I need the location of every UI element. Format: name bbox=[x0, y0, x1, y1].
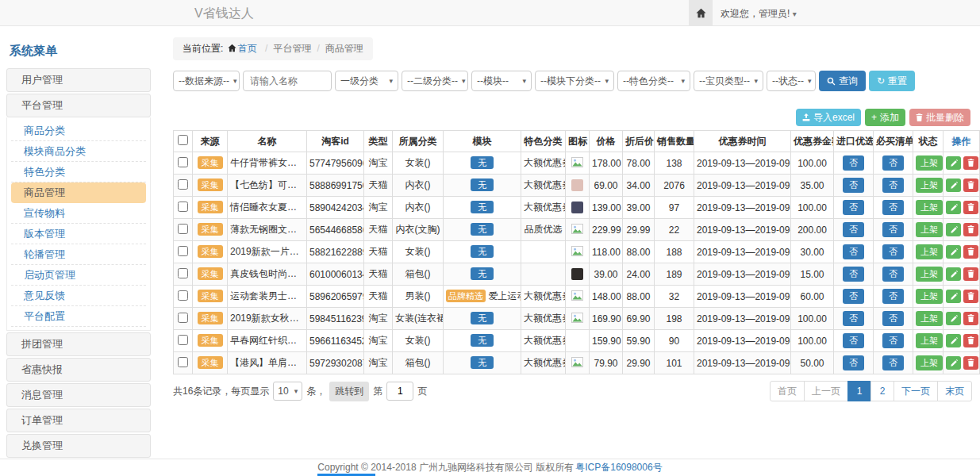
status-button[interactable]: 上架 bbox=[916, 200, 943, 215]
delete-button[interactable] bbox=[963, 312, 978, 325]
import-select-button[interactable]: 否 bbox=[843, 355, 864, 370]
sidebar-item-版本管理[interactable]: 版本管理 bbox=[11, 224, 146, 244]
edit-button[interactable] bbox=[946, 223, 961, 236]
page-button-2[interactable]: 2 bbox=[870, 381, 894, 401]
breadcrumb-item-商品管理[interactable]: 商品管理 bbox=[325, 43, 363, 54]
delete-button[interactable] bbox=[963, 267, 978, 281]
import-select-button[interactable]: 否 bbox=[843, 222, 864, 237]
status-button[interactable]: 上架 bbox=[916, 178, 943, 193]
jump-page-input[interactable] bbox=[386, 382, 413, 401]
import-select-button[interactable]: 否 bbox=[843, 155, 864, 171]
must-buy-button[interactable]: 否 bbox=[882, 333, 904, 348]
edit-button[interactable] bbox=[946, 156, 961, 170]
import-select-button[interactable]: 否 bbox=[843, 267, 864, 282]
row-checkbox[interactable] bbox=[178, 224, 188, 234]
import-select-button[interactable]: 否 bbox=[843, 200, 864, 215]
sidebar-group-消息管理[interactable]: 消息管理 bbox=[6, 383, 151, 407]
status-button[interactable]: 上架 bbox=[916, 244, 943, 259]
sidebar-item-轮播管理[interactable]: 轮播管理 bbox=[11, 244, 146, 265]
page-button-末页[interactable]: 末页 bbox=[937, 381, 972, 401]
status-button[interactable]: 上架 bbox=[916, 311, 943, 326]
row-checkbox[interactable] bbox=[178, 179, 188, 190]
add-button[interactable]: + 添加 bbox=[865, 109, 905, 126]
sidebar-group-平台管理[interactable]: 平台管理 bbox=[6, 94, 151, 117]
import-excel-button[interactable]: 导入excel bbox=[796, 109, 861, 126]
must-buy-button[interactable]: 否 bbox=[882, 155, 904, 171]
filter-select-7[interactable]: --状态--▾ bbox=[767, 71, 816, 91]
status-button[interactable]: 上架 bbox=[916, 289, 943, 304]
filter-select-source[interactable]: --数据来源-- ▾ bbox=[173, 71, 240, 91]
edit-button[interactable] bbox=[946, 334, 961, 347]
row-checkbox[interactable] bbox=[178, 335, 188, 345]
delete-button[interactable] bbox=[963, 356, 978, 370]
must-buy-button[interactable]: 否 bbox=[882, 200, 904, 215]
import-select-button[interactable]: 否 bbox=[843, 178, 864, 193]
row-checkbox[interactable] bbox=[178, 157, 188, 167]
sidebar-item-特色分类[interactable]: 特色分类 bbox=[11, 162, 146, 182]
row-checkbox[interactable] bbox=[178, 268, 188, 278]
status-button[interactable]: 上架 bbox=[916, 155, 943, 171]
sidebar-item-启动页管理[interactable]: 启动页管理 bbox=[11, 265, 146, 286]
row-checkbox[interactable] bbox=[178, 313, 188, 323]
page-button-1[interactable]: 1 bbox=[847, 381, 871, 401]
row-checkbox[interactable] bbox=[178, 202, 188, 212]
icp-link[interactable]: 粤ICP备16098006号 bbox=[575, 461, 662, 474]
must-buy-button[interactable]: 否 bbox=[882, 289, 904, 304]
row-checkbox[interactable] bbox=[178, 357, 188, 367]
edit-button[interactable] bbox=[946, 290, 961, 303]
breadcrumb-item-平台管理[interactable]: 平台管理 bbox=[273, 43, 311, 54]
sidebar-group-订单管理[interactable]: 订单管理 bbox=[6, 409, 151, 432]
import-select-button[interactable]: 否 bbox=[843, 289, 864, 304]
filter-select-4[interactable]: --模块下分类--▾ bbox=[535, 71, 614, 91]
delete-button[interactable] bbox=[963, 223, 978, 236]
select-all-checkbox[interactable] bbox=[178, 135, 188, 145]
must-buy-button[interactable]: 否 bbox=[882, 311, 904, 326]
must-buy-button[interactable]: 否 bbox=[882, 222, 904, 237]
must-buy-button[interactable]: 否 bbox=[882, 355, 904, 370]
must-buy-button[interactable]: 否 bbox=[882, 267, 904, 282]
edit-button[interactable] bbox=[946, 178, 961, 192]
edit-button[interactable] bbox=[946, 356, 961, 370]
jump-button[interactable]: 跳转到 bbox=[329, 382, 369, 401]
import-select-button[interactable]: 否 bbox=[843, 244, 864, 259]
status-button[interactable]: 上架 bbox=[916, 222, 943, 237]
breadcrumb-home-link[interactable]: 首页 bbox=[226, 43, 259, 54]
delete-button[interactable] bbox=[963, 290, 978, 303]
reset-button[interactable]: ↻ 重置 bbox=[869, 71, 915, 91]
delete-button[interactable] bbox=[963, 178, 978, 192]
edit-button[interactable] bbox=[946, 201, 961, 214]
delete-button[interactable] bbox=[963, 334, 978, 347]
sidebar-item-平台配置[interactable]: 平台配置 bbox=[11, 306, 146, 327]
edit-button[interactable] bbox=[946, 267, 961, 281]
home-button[interactable] bbox=[689, 0, 713, 25]
per-page-select[interactable]: 10 ▾ bbox=[273, 382, 302, 401]
edit-button[interactable] bbox=[946, 245, 961, 259]
batch-delete-button[interactable]: 批量删除 bbox=[909, 109, 970, 126]
delete-button[interactable] bbox=[963, 245, 978, 259]
search-button[interactable]: 查询 bbox=[819, 71, 866, 91]
must-buy-button[interactable]: 否 bbox=[882, 178, 904, 193]
filter-select-1[interactable]: 一级分类▾ bbox=[335, 71, 398, 91]
import-select-button[interactable]: 否 bbox=[843, 333, 864, 348]
page-button-下一页[interactable]: 下一页 bbox=[894, 381, 938, 401]
sidebar-group-拼团管理[interactable]: 拼团管理 bbox=[6, 332, 151, 356]
delete-button[interactable] bbox=[963, 156, 978, 170]
row-checkbox[interactable] bbox=[178, 246, 188, 256]
status-button[interactable]: 上架 bbox=[916, 267, 943, 282]
import-select-button[interactable]: 否 bbox=[843, 311, 864, 326]
sidebar-group-用户管理[interactable]: 用户管理 bbox=[6, 68, 151, 92]
sidebar-item-宣传物料[interactable]: 宣传物料 bbox=[11, 203, 146, 224]
must-buy-button[interactable]: 否 bbox=[882, 244, 904, 259]
edit-button[interactable] bbox=[946, 312, 961, 325]
row-checkbox[interactable] bbox=[178, 290, 188, 301]
sidebar-group-兑换管理[interactable]: 兑换管理 bbox=[6, 434, 151, 458]
user-menu[interactable]: 欢迎您，管理员! ▾ bbox=[721, 7, 797, 21]
delete-button[interactable] bbox=[963, 201, 978, 214]
status-button[interactable]: 上架 bbox=[916, 355, 943, 370]
filter-select-5[interactable]: --特色分类--▾ bbox=[617, 71, 690, 91]
name-search-input[interactable] bbox=[243, 71, 332, 91]
sidebar-item-模块商品分类[interactable]: 模块商品分类 bbox=[11, 141, 146, 162]
filter-select-2[interactable]: --二级分类--▾ bbox=[402, 71, 468, 91]
sidebar-item-意见反馈[interactable]: 意见反馈 bbox=[11, 286, 146, 306]
filter-select-6[interactable]: --宝贝类型--▾ bbox=[694, 71, 763, 91]
